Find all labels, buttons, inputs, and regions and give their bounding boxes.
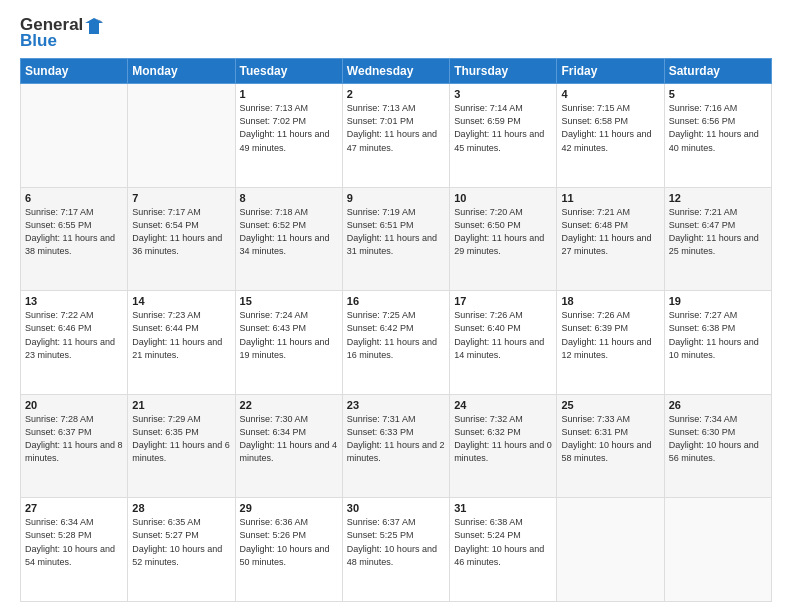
day-info: Sunrise: 7:28 AM Sunset: 6:37 PM Dayligh… [25, 413, 123, 465]
day-info: Sunrise: 7:15 AM Sunset: 6:58 PM Dayligh… [561, 102, 659, 154]
calendar-cell: 26Sunrise: 7:34 AM Sunset: 6:30 PM Dayli… [664, 394, 771, 498]
calendar-cell: 9Sunrise: 7:19 AM Sunset: 6:51 PM Daylig… [342, 187, 449, 291]
day-info: Sunrise: 7:25 AM Sunset: 6:42 PM Dayligh… [347, 309, 445, 361]
day-number: 19 [669, 295, 767, 307]
day-info: Sunrise: 7:21 AM Sunset: 6:48 PM Dayligh… [561, 206, 659, 258]
day-number: 2 [347, 88, 445, 100]
day-number: 21 [132, 399, 230, 411]
calendar-cell: 11Sunrise: 7:21 AM Sunset: 6:48 PM Dayli… [557, 187, 664, 291]
day-number: 28 [132, 502, 230, 514]
calendar-cell: 30Sunrise: 6:37 AM Sunset: 5:25 PM Dayli… [342, 498, 449, 602]
calendar-cell: 7Sunrise: 7:17 AM Sunset: 6:54 PM Daylig… [128, 187, 235, 291]
day-number: 23 [347, 399, 445, 411]
day-info: Sunrise: 7:13 AM Sunset: 7:02 PM Dayligh… [240, 102, 338, 154]
day-info: Sunrise: 6:34 AM Sunset: 5:28 PM Dayligh… [25, 516, 123, 568]
day-number: 20 [25, 399, 123, 411]
calendar-cell: 17Sunrise: 7:26 AM Sunset: 6:40 PM Dayli… [450, 291, 557, 395]
calendar-cell: 25Sunrise: 7:33 AM Sunset: 6:31 PM Dayli… [557, 394, 664, 498]
calendar-week-row: 13Sunrise: 7:22 AM Sunset: 6:46 PM Dayli… [21, 291, 772, 395]
day-info: Sunrise: 7:17 AM Sunset: 6:55 PM Dayligh… [25, 206, 123, 258]
column-header-sunday: Sunday [21, 59, 128, 84]
day-number: 1 [240, 88, 338, 100]
day-info: Sunrise: 7:33 AM Sunset: 6:31 PM Dayligh… [561, 413, 659, 465]
day-info: Sunrise: 7:32 AM Sunset: 6:32 PM Dayligh… [454, 413, 552, 465]
calendar-cell: 6Sunrise: 7:17 AM Sunset: 6:55 PM Daylig… [21, 187, 128, 291]
day-info: Sunrise: 6:37 AM Sunset: 5:25 PM Dayligh… [347, 516, 445, 568]
day-info: Sunrise: 7:21 AM Sunset: 6:47 PM Dayligh… [669, 206, 767, 258]
day-number: 26 [669, 399, 767, 411]
calendar-cell: 20Sunrise: 7:28 AM Sunset: 6:37 PM Dayli… [21, 394, 128, 498]
calendar-cell: 27Sunrise: 6:34 AM Sunset: 5:28 PM Dayli… [21, 498, 128, 602]
day-info: Sunrise: 7:26 AM Sunset: 6:40 PM Dayligh… [454, 309, 552, 361]
calendar-cell: 16Sunrise: 7:25 AM Sunset: 6:42 PM Dayli… [342, 291, 449, 395]
calendar-week-row: 6Sunrise: 7:17 AM Sunset: 6:55 PM Daylig… [21, 187, 772, 291]
day-info: Sunrise: 6:38 AM Sunset: 5:24 PM Dayligh… [454, 516, 552, 568]
day-number: 18 [561, 295, 659, 307]
calendar-cell: 19Sunrise: 7:27 AM Sunset: 6:38 PM Dayli… [664, 291, 771, 395]
calendar-header-row: SundayMondayTuesdayWednesdayThursdayFrid… [21, 59, 772, 84]
day-info: Sunrise: 7:24 AM Sunset: 6:43 PM Dayligh… [240, 309, 338, 361]
calendar-cell: 1Sunrise: 7:13 AM Sunset: 7:02 PM Daylig… [235, 84, 342, 188]
day-info: Sunrise: 7:31 AM Sunset: 6:33 PM Dayligh… [347, 413, 445, 465]
calendar-cell: 12Sunrise: 7:21 AM Sunset: 6:47 PM Dayli… [664, 187, 771, 291]
day-info: Sunrise: 7:27 AM Sunset: 6:38 PM Dayligh… [669, 309, 767, 361]
calendar-cell: 10Sunrise: 7:20 AM Sunset: 6:50 PM Dayli… [450, 187, 557, 291]
day-number: 12 [669, 192, 767, 204]
calendar-cell [128, 84, 235, 188]
column-header-wednesday: Wednesday [342, 59, 449, 84]
calendar-cell: 2Sunrise: 7:13 AM Sunset: 7:01 PM Daylig… [342, 84, 449, 188]
calendar-cell: 4Sunrise: 7:15 AM Sunset: 6:58 PM Daylig… [557, 84, 664, 188]
day-info: Sunrise: 7:34 AM Sunset: 6:30 PM Dayligh… [669, 413, 767, 465]
calendar-cell [664, 498, 771, 602]
day-number: 4 [561, 88, 659, 100]
day-info: Sunrise: 7:17 AM Sunset: 6:54 PM Dayligh… [132, 206, 230, 258]
calendar-cell: 15Sunrise: 7:24 AM Sunset: 6:43 PM Dayli… [235, 291, 342, 395]
calendar-cell [21, 84, 128, 188]
day-info: Sunrise: 7:16 AM Sunset: 6:56 PM Dayligh… [669, 102, 767, 154]
day-info: Sunrise: 7:23 AM Sunset: 6:44 PM Dayligh… [132, 309, 230, 361]
day-number: 31 [454, 502, 552, 514]
calendar-cell: 18Sunrise: 7:26 AM Sunset: 6:39 PM Dayli… [557, 291, 664, 395]
day-info: Sunrise: 7:13 AM Sunset: 7:01 PM Dayligh… [347, 102, 445, 154]
day-number: 29 [240, 502, 338, 514]
day-number: 5 [669, 88, 767, 100]
day-number: 17 [454, 295, 552, 307]
calendar-cell [557, 498, 664, 602]
day-info: Sunrise: 7:14 AM Sunset: 6:59 PM Dayligh… [454, 102, 552, 154]
day-number: 24 [454, 399, 552, 411]
day-info: Sunrise: 7:26 AM Sunset: 6:39 PM Dayligh… [561, 309, 659, 361]
day-number: 27 [25, 502, 123, 514]
day-info: Sunrise: 7:29 AM Sunset: 6:35 PM Dayligh… [132, 413, 230, 465]
day-info: Sunrise: 6:36 AM Sunset: 5:26 PM Dayligh… [240, 516, 338, 568]
day-number: 30 [347, 502, 445, 514]
page: General Blue SundayMondayTuesdayWednesda… [0, 0, 792, 612]
calendar-table: SundayMondayTuesdayWednesdayThursdayFrid… [20, 58, 772, 602]
day-number: 10 [454, 192, 552, 204]
day-number: 15 [240, 295, 338, 307]
column-header-thursday: Thursday [450, 59, 557, 84]
day-number: 3 [454, 88, 552, 100]
calendar-cell: 22Sunrise: 7:30 AM Sunset: 6:34 PM Dayli… [235, 394, 342, 498]
calendar-cell: 28Sunrise: 6:35 AM Sunset: 5:27 PM Dayli… [128, 498, 235, 602]
calendar-cell: 8Sunrise: 7:18 AM Sunset: 6:52 PM Daylig… [235, 187, 342, 291]
day-number: 6 [25, 192, 123, 204]
calendar-cell: 24Sunrise: 7:32 AM Sunset: 6:32 PM Dayli… [450, 394, 557, 498]
column-header-tuesday: Tuesday [235, 59, 342, 84]
calendar-cell: 21Sunrise: 7:29 AM Sunset: 6:35 PM Dayli… [128, 394, 235, 498]
column-header-monday: Monday [128, 59, 235, 84]
day-number: 16 [347, 295, 445, 307]
day-number: 9 [347, 192, 445, 204]
day-number: 22 [240, 399, 338, 411]
calendar-cell: 13Sunrise: 7:22 AM Sunset: 6:46 PM Dayli… [21, 291, 128, 395]
day-number: 25 [561, 399, 659, 411]
column-header-saturday: Saturday [664, 59, 771, 84]
day-number: 8 [240, 192, 338, 204]
day-info: Sunrise: 7:19 AM Sunset: 6:51 PM Dayligh… [347, 206, 445, 258]
day-number: 11 [561, 192, 659, 204]
calendar-cell: 23Sunrise: 7:31 AM Sunset: 6:33 PM Dayli… [342, 394, 449, 498]
day-info: Sunrise: 7:30 AM Sunset: 6:34 PM Dayligh… [240, 413, 338, 465]
day-number: 14 [132, 295, 230, 307]
logo: General Blue [20, 16, 103, 50]
column-header-friday: Friday [557, 59, 664, 84]
day-info: Sunrise: 7:18 AM Sunset: 6:52 PM Dayligh… [240, 206, 338, 258]
